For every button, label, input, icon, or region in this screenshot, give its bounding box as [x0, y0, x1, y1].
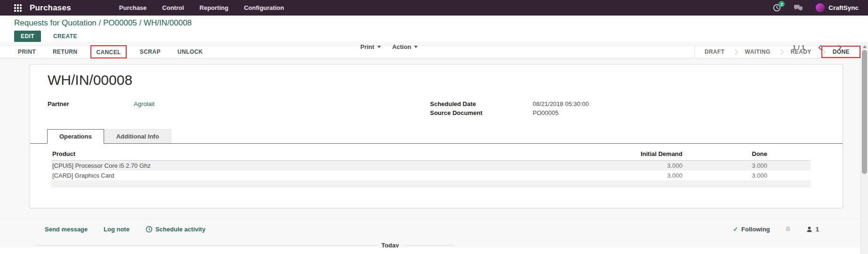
- following-label: Following: [741, 226, 770, 233]
- pager-value: 1 / 1: [793, 44, 805, 51]
- table-row[interactable]: [CARD] Graphics Card 3.000 3.000: [51, 171, 811, 180]
- operations-table: Product Initial Demand Done [CPUi5] Proc…: [51, 148, 811, 188]
- apps-grid-icon[interactable]: [14, 4, 22, 12]
- control-panel: Requests for Quotation / PO00005 / WH/IN…: [0, 16, 868, 41]
- print-dropdown[interactable]: Print: [360, 43, 381, 50]
- message-area-strip: [0, 247, 868, 254]
- action-dropdown[interactable]: Action: [392, 43, 418, 50]
- tab-operations[interactable]: Operations: [47, 129, 104, 144]
- product-cell: [CARD] Graphics Card: [51, 171, 596, 180]
- action-dropdown-label: Action: [392, 43, 411, 50]
- statusbar: PRINT RETURN CANCEL SCRAP UNLOCK DRAFT W…: [0, 45, 868, 58]
- scrap-button[interactable]: SCRAP: [140, 49, 161, 55]
- print-button[interactable]: PRINT: [18, 49, 36, 55]
- table-header-row: Product Initial Demand Done: [51, 148, 811, 161]
- column-product: Product: [51, 148, 596, 161]
- menu-configuration[interactable]: Configuration: [244, 4, 284, 11]
- scheduled-date-value: 08/21/2018 05:30:00: [533, 99, 589, 108]
- source-document-value: PO00005: [533, 108, 559, 117]
- chatter-actions: Send message Log note Schedule activity: [45, 226, 205, 233]
- chat-bubbles-icon: [794, 4, 803, 12]
- column-done: Done: [683, 148, 768, 161]
- source-document-label: Source Document: [430, 108, 533, 117]
- field-groups: Partner Agrolait Scheduled Date 08/21/20…: [30, 99, 843, 117]
- action-dropdowns: Print Action: [360, 43, 418, 50]
- divider-line: [35, 245, 377, 246]
- pager: 1 / 1: [793, 44, 841, 51]
- done-cell: 3.000: [683, 161, 768, 171]
- document-title: WH/IN/00008: [48, 72, 843, 88]
- user-name: CraftSync: [828, 4, 859, 11]
- following-toggle[interactable]: ✓ Following: [733, 226, 770, 233]
- partner-value-link[interactable]: Agrolait: [134, 99, 154, 108]
- user-menu[interactable]: CraftSync: [816, 3, 859, 12]
- topbar-right-group: 2 CraftSync: [773, 3, 859, 12]
- app-title[interactable]: Purchases: [30, 3, 71, 13]
- right-field-group: Scheduled Date 08/21/2018 05:30:00 Sourc…: [430, 99, 589, 117]
- product-cell: [CPUi5] Processor Core i5 2.70 Ghz: [51, 161, 596, 171]
- caret-down-icon: [414, 46, 418, 48]
- edit-button[interactable]: EDIT: [14, 31, 41, 42]
- check-icon: ✓: [733, 226, 738, 233]
- empty-table-row: [51, 180, 811, 188]
- menu-control[interactable]: Control: [162, 4, 184, 11]
- follower-person-icon: [806, 226, 813, 233]
- user-avatar: [816, 3, 825, 12]
- menu-purchase[interactable]: Purchase: [119, 4, 147, 11]
- column-spacer: [768, 148, 811, 161]
- send-message-button[interactable]: Send message: [45, 226, 88, 233]
- schedule-activity-button[interactable]: Schedule activity: [146, 226, 205, 233]
- schedule-activity-label: Schedule activity: [155, 226, 205, 233]
- operations-table-wrap: Product Initial Demand Done [CPUi5] Proc…: [51, 148, 811, 188]
- vertical-scrollbar[interactable]: [860, 43, 868, 254]
- top-menu: Purchase Control Reporting Configuration: [119, 4, 284, 11]
- log-note-button[interactable]: Log note: [104, 226, 130, 233]
- print-dropdown-label: Print: [360, 43, 374, 50]
- chatter-toolbar: Send message Log note Schedule activity …: [0, 225, 868, 233]
- notification-bell-icon[interactable]: [784, 225, 792, 233]
- divider-line: [404, 245, 454, 246]
- statusbar-buttons: PRINT RETURN CANCEL SCRAP UNLOCK: [0, 46, 203, 58]
- partner-label: Partner: [48, 99, 134, 108]
- return-button[interactable]: RETURN: [53, 49, 77, 55]
- follower-count: 1: [816, 226, 819, 233]
- scheduled-date-label: Scheduled Date: [430, 99, 533, 108]
- schedule-clock-icon: [146, 226, 153, 233]
- partner-field: Partner Agrolait: [48, 99, 351, 108]
- bell-icon: [784, 225, 792, 233]
- done-cell: 3.000: [683, 171, 768, 180]
- source-document-field: Source Document PO00005: [430, 108, 589, 117]
- top-nav-bar: Purchases Purchase Control Reporting Con…: [0, 0, 868, 16]
- left-field-group: Partner Agrolait: [48, 99, 351, 117]
- cancel-button[interactable]: CANCEL: [96, 49, 121, 56]
- scheduled-date-field: Scheduled Date 08/21/2018 05:30:00: [430, 99, 589, 108]
- unlock-button[interactable]: UNLOCK: [178, 49, 203, 55]
- activity-clock-icon[interactable]: 2: [773, 4, 781, 12]
- initial-demand-cell: 3.000: [596, 161, 683, 171]
- create-button[interactable]: CREATE: [53, 33, 77, 40]
- activity-count-badge: 2: [779, 1, 785, 7]
- table-row[interactable]: [CPUi5] Processor Core i5 2.70 Ghz 3.000…: [51, 161, 811, 171]
- chatter-follow-group: ✓ Following 1: [733, 225, 819, 233]
- menu-reporting[interactable]: Reporting: [200, 4, 228, 11]
- initial-demand-cell: 3.000: [596, 171, 683, 180]
- column-initial-demand: Initial Demand: [596, 148, 683, 161]
- spacer-cell: [768, 171, 811, 180]
- followers-button[interactable]: 1: [806, 226, 819, 233]
- cancel-annotation-box: CANCEL: [90, 45, 126, 58]
- tab-additional-info[interactable]: Additional Info: [104, 129, 171, 143]
- breadcrumb[interactable]: Requests for Quotation / PO00005 / WH/IN…: [14, 18, 868, 28]
- caret-down-icon: [377, 46, 381, 48]
- step-waiting[interactable]: WAITING: [735, 46, 780, 58]
- chatter: Send message Log note Schedule activity …: [0, 219, 868, 249]
- tab-bar: Operations Additional Info: [30, 129, 843, 144]
- notebook: Operations Additional Info Product Initi…: [30, 129, 843, 188]
- scrollbar-thumb[interactable]: [862, 50, 867, 174]
- pager-next-icon[interactable]: [836, 45, 841, 50]
- scroll-up-arrow-icon[interactable]: [863, 45, 867, 48]
- control-panel-buttons: EDIT CREATE: [14, 31, 868, 41]
- document-sheet: WH/IN/00008 Partner Agrolait Scheduled D…: [30, 64, 843, 208]
- form-view: WH/IN/00008 Partner Agrolait Scheduled D…: [0, 64, 868, 249]
- messages-icon[interactable]: [794, 4, 803, 12]
- step-draft[interactable]: DRAFT: [695, 46, 735, 58]
